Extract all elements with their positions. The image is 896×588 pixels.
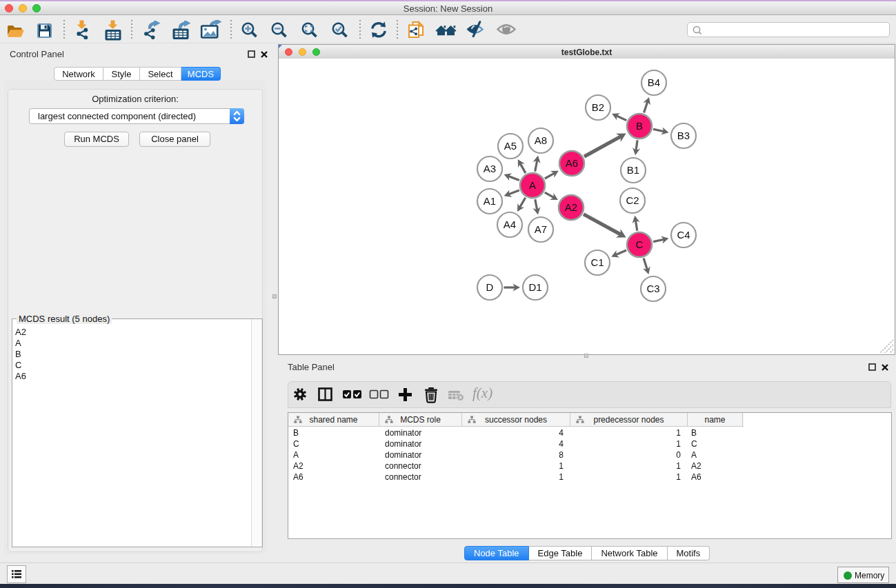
svg-text:B4: B4: [648, 77, 660, 88]
svg-text:A3: A3: [484, 163, 496, 174]
svg-text:A4: A4: [504, 219, 516, 230]
svg-text:C2: C2: [626, 194, 639, 206]
svg-text:A7: A7: [535, 223, 547, 235]
svg-text:C4: C4: [677, 229, 690, 241]
svg-text:B1: B1: [627, 164, 639, 176]
svg-text:B3: B3: [677, 130, 690, 141]
svg-text:A2: A2: [565, 201, 577, 213]
svg-text:C3: C3: [646, 283, 659, 294]
svg-text:A5: A5: [504, 140, 517, 152]
svg-text:B2: B2: [592, 101, 604, 113]
svg-text:D: D: [486, 281, 494, 293]
svg-text:A1: A1: [484, 195, 496, 207]
svg-text:A: A: [529, 179, 536, 191]
svg-text:B: B: [636, 120, 643, 132]
svg-text:D1: D1: [528, 281, 541, 293]
svg-text:C: C: [636, 239, 644, 250]
svg-text:A6: A6: [566, 157, 578, 169]
svg-text:A8: A8: [535, 134, 547, 146]
svg-text:C1: C1: [590, 256, 604, 268]
